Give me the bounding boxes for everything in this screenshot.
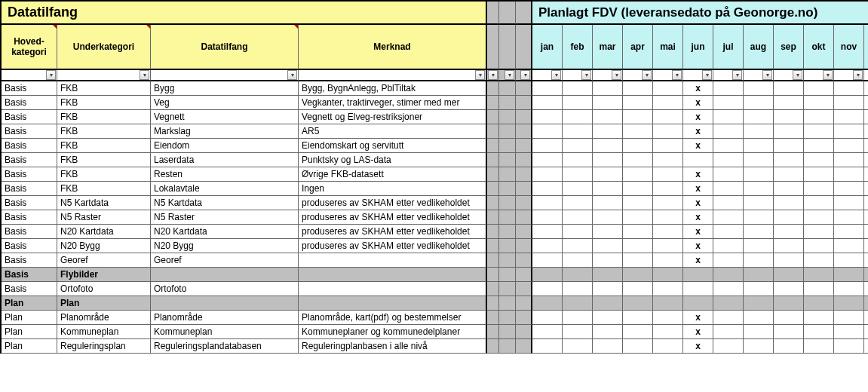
filter-cell-9: ▾	[593, 70, 623, 81]
mark-r1-mai	[653, 96, 683, 110]
cell-r11-c2: N20 Bygg	[151, 239, 299, 253]
filter-dropdown-0[interactable]: ▾	[46, 70, 56, 80]
filter-dropdown-11[interactable]: ▾	[672, 70, 682, 80]
sep-r2-1	[499, 110, 516, 124]
mark-r6-mar	[593, 167, 623, 182]
filter-dropdown-10[interactable]: ▾	[642, 70, 652, 80]
filter-dropdown-15[interactable]: ▾	[793, 70, 802, 80]
mark-r8-jun: x	[683, 196, 713, 210]
sep-r18-2	[516, 339, 532, 354]
mark-r15-nov	[834, 296, 864, 311]
mark-r15-aug	[744, 296, 774, 311]
month-header-jan: jan	[532, 25, 563, 70]
mark-r6-okt	[804, 167, 834, 182]
filter-dropdown-4[interactable]: ▾	[488, 70, 498, 80]
cell-r10-c2: N20 Kartdata	[151, 225, 299, 239]
mark-r9-okt	[804, 210, 834, 225]
filter-dropdown-1[interactable]: ▾	[140, 70, 149, 80]
mark-r15-sep	[774, 296, 804, 311]
mark-r9-aug	[744, 210, 774, 225]
filter-cell-10: ▾	[623, 70, 653, 81]
filter-dropdown-13[interactable]: ▾	[732, 70, 742, 80]
filter-dropdown-3[interactable]: ▾	[475, 70, 485, 80]
mark-r2-okt	[804, 110, 834, 124]
sep-r3-0	[487, 124, 499, 139]
mark-r13-okt	[804, 268, 834, 282]
filter-dropdown-14[interactable]: ▾	[762, 70, 772, 80]
filter-dropdown-5[interactable]: ▾	[505, 70, 514, 80]
cell-r18-c1: Reguleringsplan	[57, 339, 151, 354]
cell-r3-c2: Markslag	[151, 124, 299, 139]
mark-r11-apr	[623, 239, 653, 253]
mark-r12-apr	[623, 253, 653, 268]
mark-r11-feb	[563, 239, 593, 253]
sep-r11-1	[499, 239, 516, 253]
mark-r17-sep	[774, 325, 804, 339]
mark-r6-nov	[834, 167, 864, 182]
mark-r14-mai	[653, 282, 683, 296]
mark-r3-mai	[653, 124, 683, 139]
cell-r9-c1: N5 Raster	[57, 210, 151, 225]
mark-r13-mai	[653, 268, 683, 282]
mark-r11-jan	[532, 239, 563, 253]
sep-r13-0	[487, 268, 499, 282]
mark-r17-apr	[623, 325, 653, 339]
cell-r13-c0: Basis	[2, 268, 57, 282]
sep-r14-1	[499, 282, 516, 296]
col-header-2: Datatilfang	[151, 25, 299, 70]
col-header-3: Merknad	[299, 25, 487, 70]
filter-dropdown-12[interactable]: ▾	[702, 70, 712, 80]
mark-r18-mai	[653, 339, 683, 354]
filter-dropdown-9[interactable]: ▾	[612, 70, 621, 80]
mark-r0-jul	[713, 81, 744, 96]
mark-r11-okt	[804, 239, 834, 253]
cell-r9-c0: Basis	[2, 210, 57, 225]
mark-r5-jul	[713, 153, 744, 167]
filter-dropdown-7[interactable]: ▾	[551, 70, 561, 80]
sep-r10-0	[487, 225, 499, 239]
filter-cell-12: ▾	[683, 70, 713, 81]
filter-dropdown-6[interactable]: ▾	[520, 70, 530, 80]
mark-r4-feb	[563, 139, 593, 153]
mark-r0-feb	[563, 81, 593, 96]
mark-r17-mar	[593, 325, 623, 339]
sep-r7-1	[499, 182, 516, 196]
mark-r5-jan	[532, 153, 563, 167]
mark-r2-nov	[834, 110, 864, 124]
mark-r12-okt	[804, 253, 834, 268]
sep-r11-2	[516, 239, 532, 253]
filter-dropdown-17[interactable]: ▾	[853, 70, 863, 80]
filter-dropdown-2[interactable]: ▾	[287, 70, 297, 80]
mark-r17-okt	[804, 325, 834, 339]
mark-r7-sep	[774, 182, 804, 196]
mark-r10-feb	[563, 225, 593, 239]
mark-r9-jul	[713, 210, 744, 225]
cell-r7-c0: Basis	[2, 182, 57, 196]
cell-r15-c1: Plan	[57, 296, 151, 311]
mark-r7-jan	[532, 182, 563, 196]
cell-r11-c1: N20 Bygg	[57, 239, 151, 253]
mark-r8-nov	[834, 196, 864, 210]
mark-r1-apr	[623, 96, 653, 110]
cell-r15-c3	[299, 296, 487, 311]
mark-r18-nov	[834, 339, 864, 354]
mark-r2-des: x	[864, 110, 868, 124]
sep-r15-0	[487, 296, 499, 311]
col-header-0: Hoved-kategori	[2, 25, 57, 70]
filter-cell-7: ▾	[532, 70, 563, 81]
mark-r0-mar	[593, 81, 623, 96]
mark-r4-apr	[623, 139, 653, 153]
mark-r7-nov	[834, 182, 864, 196]
mark-r4-mar	[593, 139, 623, 153]
sep-r12-1	[499, 253, 516, 268]
sep-r16-0	[487, 311, 499, 325]
sep-r9-1	[499, 210, 516, 225]
filter-cell-1: ▾	[57, 70, 151, 81]
mark-r0-nov	[834, 81, 864, 96]
mark-r3-jul	[713, 124, 744, 139]
filter-dropdown-8[interactable]: ▾	[581, 70, 591, 80]
cell-r0-c3: Bygg, BygnAnlegg, PblTiltak	[299, 81, 487, 96]
mark-r11-jul	[713, 239, 744, 253]
mark-r14-aug	[744, 282, 774, 296]
filter-dropdown-16[interactable]: ▾	[823, 70, 833, 80]
